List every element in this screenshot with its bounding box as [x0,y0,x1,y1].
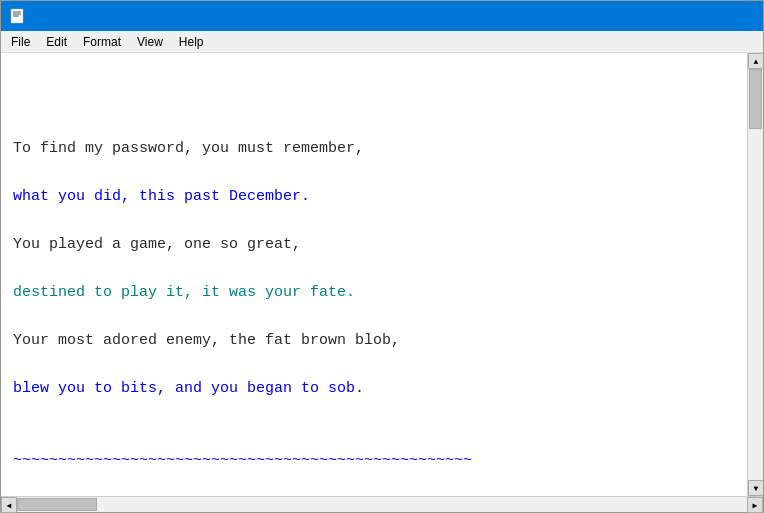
scroll-track-x[interactable] [17,497,747,512]
notepad-window: FileEditFormatViewHelp To find my passwo… [0,0,764,513]
text-line [13,65,735,89]
text-content[interactable]: To find my password, you must remember, … [5,57,743,496]
text-line: ~~~~~~~~~~~~~~~~~~~~~~~~~~~~~~~~~~~~~~~~… [13,449,735,473]
scroll-left-button[interactable]: ◀ [1,497,17,513]
text-line: Your most adored enemy, the fat brown bl… [13,329,735,353]
scroll-thumb-x[interactable] [17,498,97,511]
text-line: You played a game, one so great, [13,233,735,257]
horizontal-scrollbar: ◀ ▶ [1,496,763,512]
title-bar [1,1,763,31]
menu-bar: FileEditFormatViewHelp [1,31,763,53]
text-line [13,161,735,185]
window-controls [617,1,755,31]
scroll-thumb-y[interactable] [749,69,762,129]
scroll-track-y[interactable] [748,69,763,480]
menu-view[interactable]: View [129,31,171,52]
vertical-scrollbar: ▲ ▼ [747,53,763,496]
text-line [13,305,735,329]
text-line [13,89,735,113]
text-line [13,401,735,425]
scroll-down-button[interactable]: ▼ [748,480,763,496]
menu-edit[interactable]: Edit [38,31,75,52]
menu-file[interactable]: File [3,31,38,52]
menu-format[interactable]: Format [75,31,129,52]
content-area: To find my password, you must remember, … [1,53,763,496]
text-line: destined to play it, it was your fate. [13,281,735,305]
text-line: what you did, this past December. [13,185,735,209]
text-scroll-area[interactable]: To find my password, you must remember, … [1,53,747,496]
text-line [13,113,735,137]
minimize-button[interactable] [617,1,663,31]
scroll-right-button[interactable]: ▶ [747,497,763,513]
text-line [13,353,735,377]
text-line [13,257,735,281]
text-line [13,209,735,233]
app-icon [9,8,25,24]
maximize-button[interactable] [663,1,709,31]
text-line [13,473,735,496]
close-button[interactable] [709,1,755,31]
menu-help[interactable]: Help [171,31,212,52]
text-line: To find my password, you must remember, [13,137,735,161]
scroll-up-button[interactable]: ▲ [748,53,763,69]
text-line: blew you to bits, and you began to sob. [13,377,735,401]
text-line [13,425,735,449]
